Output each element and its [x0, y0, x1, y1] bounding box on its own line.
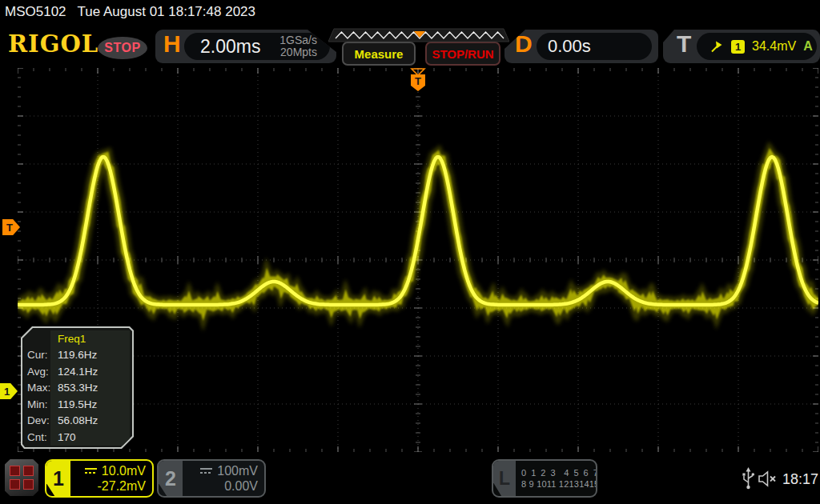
- svg-text:T: T: [415, 75, 421, 87]
- memory-waveform-preview[interactable]: [328, 28, 509, 42]
- channel2-offset-row: 0.00V: [183, 478, 258, 494]
- measurement-panel-body: Freq1 Cur: 119.6Hz Avg: 124.1Hz Max: 853…: [22, 328, 132, 447]
- measurement-title: Freq1: [50, 330, 130, 347]
- menu-square: [10, 466, 20, 476]
- channel1-offset-row: -27.2mV: [70, 478, 146, 494]
- logic-tab[interactable]: L: [493, 461, 516, 496]
- rigol-logo: RIGOL: [8, 30, 98, 58]
- measurement-row-value: 170: [50, 429, 130, 446]
- menu-square: [23, 466, 34, 476]
- delay-pill: 0.00s: [537, 33, 652, 60]
- measurement-row-label: Cur:: [25, 349, 50, 361]
- trigger-edge-icon: [709, 40, 724, 53]
- measurement-row-value: 853.3Hz: [50, 380, 130, 397]
- trigger-source-badge: 1: [731, 40, 745, 54]
- logic-channel-numbers: 0 1 2 3 4 5 6 7 8 9 1011 12131415: [516, 461, 597, 496]
- trigger-level-value: 34.4mV: [752, 39, 796, 54]
- horizontal-label: H: [163, 30, 181, 58]
- trigger-pill: 1 34.4mV A: [697, 33, 817, 60]
- channel1-ground-marker[interactable]: 1: [0, 383, 18, 399]
- measurement-row-value: 119.6Hz: [50, 347, 130, 364]
- sample-rate: 1GSa/s: [279, 34, 317, 46]
- sample-rate-depth: 1GSa/s20Mpts: [279, 34, 317, 58]
- dc-coupling-icon: [200, 468, 212, 474]
- dc-coupling-icon: [85, 468, 97, 474]
- stop-run-button[interactable]: STOP/RUN: [425, 42, 500, 66]
- horizontal-settings-section[interactable]: H 2.00ms 1GSa/s20Mpts: [155, 30, 336, 63]
- logic-channels-box[interactable]: L 0 1 2 3 4 5 6 7 8 9 1011 12131415: [492, 459, 597, 498]
- measurement-row-label: Avg:: [25, 366, 50, 378]
- waveform-display: T: [18, 68, 818, 452]
- clock: 18:17: [782, 471, 818, 488]
- measurement-panel[interactable]: Freq1 Cur: 119.6Hz Avg: 124.1Hz Max: 853…: [21, 326, 134, 449]
- header-bar: RIGOL STOP H 2.00ms 1GSa/s20Mpts Measure…: [0, 24, 820, 68]
- delay-settings-section[interactable]: D 0.00s: [504, 30, 658, 63]
- trigger-mode: A: [803, 39, 813, 54]
- channel1-scale: 10.0mV: [102, 463, 146, 478]
- channel2-scale: 100mV: [217, 463, 258, 478]
- menu-square: [10, 479, 20, 490]
- trigger-label: T: [677, 30, 691, 58]
- channel2-tab[interactable]: 2: [159, 461, 183, 496]
- channel1-values: 10.0mV -27.2mV: [70, 461, 152, 496]
- measurement-row-value: 124.1Hz: [50, 363, 130, 380]
- channel2-offset: 0.00V: [224, 478, 258, 494]
- datetime-label: Tue August 01 18:17:48 2023: [78, 4, 255, 20]
- measurement-row-label: Min:: [25, 398, 50, 410]
- menu-square: [23, 479, 34, 490]
- channel2-values: 100mV 0.00V: [183, 461, 264, 496]
- grid-menu-icon[interactable]: [5, 459, 38, 496]
- usb-icon: [742, 466, 755, 490]
- channel1-tab[interactable]: 1: [46, 461, 70, 496]
- trigger-settings-section[interactable]: T 1 34.4mV A: [663, 30, 820, 63]
- channel2-status-box[interactable]: 2 100mV 0.00V: [157, 459, 266, 498]
- measurement-row-value: 56.08Hz: [50, 413, 130, 430]
- channel1-offset: -27.2mV: [98, 478, 146, 494]
- logic-row1: 0 1 2 3 4 5 6 7: [521, 467, 597, 478]
- channel1-scale-row: 10.0mV: [70, 463, 146, 478]
- logic-row2: 8 9 1011 12131415: [521, 478, 597, 490]
- measurement-row-label: Cnt:: [25, 431, 50, 443]
- horizontal-pill: 2.00ms 1GSa/s20Mpts: [184, 33, 330, 60]
- status-bar: MSO5102 Tue August 01 18:17:48 2023: [5, 0, 255, 24]
- timebase-value: 2.00ms: [200, 36, 260, 58]
- channel2-scale-row: 100mV: [183, 463, 258, 478]
- delay-label: D: [515, 30, 533, 58]
- delay-value: 0.00s: [548, 36, 591, 57]
- measurement-row-value: 119.5Hz: [50, 396, 130, 413]
- channel1-status-box[interactable]: 1 10.0mV -27.2mV: [45, 459, 154, 498]
- memory-depth: 20Mpts: [280, 46, 317, 58]
- measurement-row-label: Max:: [25, 382, 50, 394]
- measurement-row-label: Dev:: [25, 414, 50, 426]
- speaker-muted-icon: [758, 470, 780, 487]
- measurement-grid: Freq1 Cur: 119.6Hz Avg: 124.1Hz Max: 853…: [25, 330, 130, 446]
- acquisition-status-badge: STOP: [98, 37, 147, 59]
- oscilloscope-screen: MSO5102 Tue August 01 18:17:48 2023 RIGO…: [0, 0, 820, 504]
- measure-button[interactable]: Measure: [342, 42, 416, 66]
- model-label: MSO5102: [5, 4, 66, 20]
